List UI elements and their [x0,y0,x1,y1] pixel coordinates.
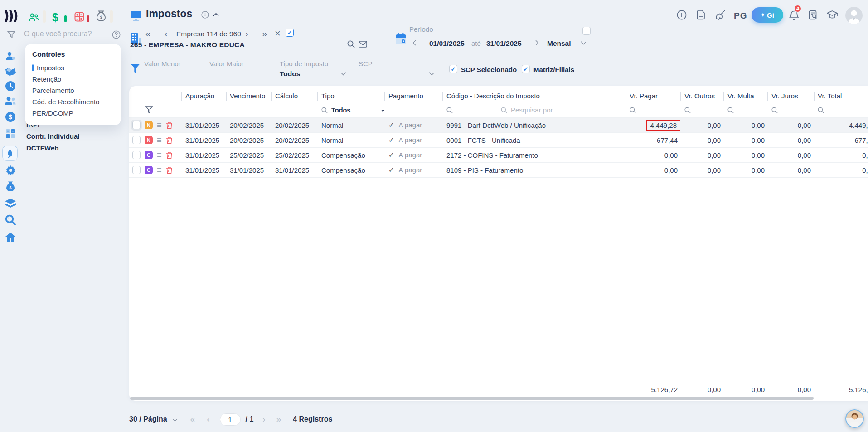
row-checkbox[interactable]: ✓ [132,121,141,129]
pg-shortcut[interactable]: PG [734,11,747,21]
sidebar-home-icon[interactable] [5,231,16,243]
menu-section-dctfweb[interactable]: DCTFWeb [26,142,80,154]
sidebar-clock-icon[interactable] [5,80,16,92]
people-module-icon[interactable] [29,12,39,22]
period-extra-checkbox[interactable]: ✓ [582,27,591,35]
table-row[interactable]: ✓ C ≡ 31/01/2025 31/01/2025 31/01/2025 C… [129,163,868,178]
previous-page-button[interactable]: ‹ [207,414,209,424]
col-calculo[interactable]: Cálculo [271,91,317,101]
sidebar-gear-icon[interactable] [5,164,16,176]
col-vr-multa[interactable]: Vr. Multa [723,91,767,101]
col-vr-juros[interactable]: Vr. Juros [767,91,814,101]
col-codigo[interactable]: Código - Descrição do Imposto [442,91,626,101]
row-menu-icon[interactable]: ≡ [157,166,162,174]
collapse-header-icon[interactable] [213,13,219,19]
codigo-search-placeholder[interactable]: Pesquisar por... [511,106,558,114]
menu-item-parcelamento[interactable]: Parcelamento [32,85,114,96]
tipo-imposto-select[interactable]: Todos [280,70,300,78]
sidebar-handshake-icon[interactable] [5,66,16,78]
help-icon[interactable] [112,30,121,39]
menu-item-per-dcomp[interactable]: PER/DCOMP [32,107,114,119]
add-icon[interactable] [677,10,687,20]
app-logo[interactable] [5,10,19,22]
document-icon[interactable] [697,10,705,20]
period-mode-chevron-icon[interactable] [581,39,587,45]
first-page-button[interactable]: « [190,414,195,424]
sidebar-user-settings-icon[interactable] [5,50,16,62]
vr-pagar-filter-search-icon[interactable] [626,107,680,113]
company-search-icon[interactable] [347,40,355,48]
sidebar-dollar-icon[interactable]: $ [5,111,16,123]
financial-module-icon[interactable]: $ [52,11,58,24]
last-company-button[interactable]: » [262,29,267,38]
scp-selecionado-checkbox[interactable]: ✓ [449,65,457,73]
trash-icon[interactable] [166,166,173,174]
per-page-chevron-icon[interactable] [173,417,177,422]
last-page-button[interactable]: » [276,414,281,424]
col-vr-total[interactable]: Vr. Total [814,91,868,101]
table-filter-funnel-icon[interactable] [129,106,181,114]
sidebar-taxes-item-selected[interactable] [2,146,18,161]
period-mode-select[interactable]: Mensal [547,39,571,48]
matriz-filiais-checkbox[interactable]: ✓ [522,65,530,73]
next-period-button[interactable] [533,40,539,46]
trash-icon[interactable] [166,136,173,144]
calculator-module-icon[interactable] [74,12,84,22]
codigo-filter-search-icon[interactable] [446,107,453,113]
scp-chevron-icon[interactable] [429,70,435,76]
tipo-filter-chevron-icon[interactable] [382,108,384,112]
row-menu-icon[interactable]: ≡ [157,151,162,159]
broom-icon[interactable] [715,10,726,20]
sidebar-layers-icon[interactable] [5,198,16,209]
tipo-imposto-chevron-icon[interactable] [340,70,346,76]
col-vr-pagar[interactable]: Vr. Pagar [626,91,680,101]
support-chat-avatar[interactable] [845,409,864,428]
filters-funnel-icon[interactable] [131,63,140,74]
next-page-button[interactable]: › [262,414,265,424]
vr-multa-filter-search-icon[interactable] [723,107,767,113]
previous-period-button[interactable] [412,40,418,46]
col-vencimento[interactable]: Vencimento [226,91,271,101]
money-bag-module-icon[interactable]: $ [96,10,106,22]
col-vr-outros[interactable]: Vr. Outros [680,91,723,101]
vr-outros-filter-search-icon[interactable] [680,107,723,113]
info-icon[interactable] [201,11,209,19]
row-checkbox[interactable]: ✓ [132,136,141,144]
academy-icon[interactable] [827,10,838,19]
menu-section-contr-individual[interactable]: Contr. Individual [26,131,80,142]
gi-assistant-button[interactable]: ✦ Gi [752,7,783,23]
global-search-input[interactable] [24,30,106,38]
table-row[interactable]: ✓ C ≡ 31/01/2025 25/02/2025 25/02/2025 C… [129,148,868,163]
vr-juros-filter-search-icon[interactable] [767,107,814,113]
sidebar-calculator-icon[interactable] [5,128,16,140]
sidebar-search-icon[interactable] [5,214,16,226]
tipo-column-filter-select[interactable]: Todos [331,107,350,114]
clear-company-icon[interactable]: × [275,29,281,39]
col-apuracao[interactable]: Apuração [181,91,226,101]
horizontal-scrollbar[interactable] [130,397,814,400]
per-page-select[interactable]: 30 / Página [129,415,167,423]
company-filter-checkbox[interactable]: ✓ [286,29,294,37]
col-tipo[interactable]: Tipo [317,91,384,101]
period-start-date[interactable]: 01/01/2025 [429,39,465,48]
row-menu-icon[interactable]: ≡ [157,136,162,144]
trash-icon[interactable] [166,151,173,159]
menu-item-impostos[interactable]: Impostos [32,62,114,73]
table-row[interactable]: ✓ N ≡ 31/01/2025 20/02/2025 20/02/2025 N… [129,133,868,148]
row-menu-icon[interactable]: ≡ [157,121,162,129]
mail-icon[interactable] [359,41,367,48]
page-number-input[interactable] [220,413,241,426]
menu-item-cod-recolhimento[interactable]: Cód. de Recolhimento [32,96,114,107]
first-company-button[interactable]: « [145,29,150,38]
period-end-date[interactable]: 31/01/2025 [486,39,522,48]
col-pagamento[interactable]: Pagamento [384,91,442,101]
row-checkbox[interactable]: ✓ [132,166,141,174]
next-company-button[interactable]: › [245,29,248,38]
sidebar-money-bag-icon[interactable]: $ [5,180,16,192]
sidebar-people-icon[interactable] [5,95,16,107]
menu-item-retencao[interactable]: Retenção [32,73,114,85]
filter-icon[interactable] [7,31,15,38]
audit-log-icon[interactable] [809,10,818,20]
user-avatar[interactable] [845,7,863,24]
trash-icon[interactable] [166,121,173,129]
